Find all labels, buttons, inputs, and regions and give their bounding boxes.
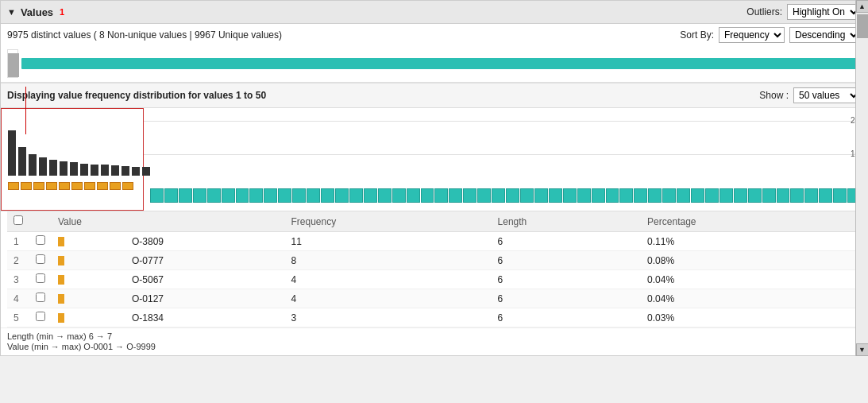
- teal-block: [534, 188, 548, 203]
- row-value: O-5067: [125, 270, 284, 289]
- row-checkbox[interactable]: [36, 235, 45, 245]
- teal-block: [321, 188, 334, 203]
- outliers-select[interactable]: Highlight OnHighlight OffRemove: [787, 4, 861, 20]
- chart-bar: [49, 160, 57, 176]
- teal-block: [662, 188, 676, 203]
- teal-block: [790, 188, 804, 203]
- sort-by-label: Sort By:: [680, 29, 714, 41]
- orange-cell: [71, 182, 83, 190]
- sort-by-select[interactable]: FrequencyValueLength: [719, 27, 785, 43]
- row-swatch-cell: [52, 251, 125, 270]
- row-length: 6: [492, 251, 642, 270]
- color-swatch: [58, 275, 64, 285]
- sort-order-select[interactable]: DescendingAscending: [789, 27, 861, 43]
- color-swatch: [58, 256, 64, 265]
- row-number: 5: [7, 308, 29, 327]
- header-title: Values: [21, 6, 53, 18]
- show-values-select[interactable]: 10 values25 values50 values100 valuesAll: [793, 87, 861, 103]
- row-checkbox[interactable]: [36, 312, 45, 321]
- chart-bar: [111, 165, 119, 176]
- row-value: O-3809: [125, 232, 284, 251]
- teal-block: [222, 188, 235, 203]
- orange-cell: [8, 182, 19, 190]
- row-number: 2: [7, 251, 29, 270]
- scroll-up-button[interactable]: ▲: [856, 0, 869, 13]
- header-row: ▼ Values 1 Outliers: Highlight OnHighlig…: [1, 1, 867, 24]
- row-checkbox[interactable]: [36, 273, 45, 283]
- orange-cell: [97, 182, 108, 190]
- select-all-checkbox[interactable]: [14, 215, 23, 225]
- color-swatch: [58, 237, 64, 246]
- teal-block: [719, 188, 733, 203]
- table-row: 4 O-0127 4 6 0.04%: [7, 289, 861, 308]
- teal-block: [335, 188, 349, 203]
- row-frequency: 3: [284, 308, 491, 327]
- orange-cell: [33, 182, 44, 190]
- orange-cell: [84, 182, 95, 190]
- row-number: 3: [7, 270, 29, 289]
- row-percentage: 0.03%: [641, 308, 861, 327]
- teal-block: [819, 188, 832, 203]
- stats-row: 9975 distinct values ( 8 Non-unique valu…: [1, 24, 867, 45]
- row-percentage: 0.08%: [641, 251, 861, 270]
- chart-bar: [60, 161, 68, 176]
- chart-bar: [8, 130, 16, 176]
- teal-block: [477, 188, 491, 203]
- row-checkbox-cell: [29, 270, 52, 289]
- table-row: 1 O-3809 11 6 0.11%: [7, 232, 861, 251]
- orange-strip: [5, 179, 140, 193]
- teal-block: [833, 188, 847, 203]
- teal-block: [164, 188, 178, 203]
- teal-block: [150, 188, 164, 203]
- overview-teal-bar: [21, 58, 861, 69]
- teal-block: [179, 188, 192, 203]
- show-right: Show : 10 values25 values50 values100 va…: [759, 87, 861, 103]
- row-checkbox[interactable]: [36, 254, 45, 264]
- teal-block: [648, 188, 662, 203]
- row-length: 6: [492, 270, 642, 289]
- scroll-thumb[interactable]: [857, 14, 868, 38]
- orange-cell: [110, 182, 121, 190]
- header-left: ▼ Values 1: [7, 6, 64, 18]
- chart-bar: [132, 167, 140, 176]
- collapse-icon[interactable]: ▼: [7, 7, 16, 17]
- teal-block: [392, 188, 406, 203]
- chart-bar: [39, 157, 47, 176]
- sort-row: Sort By: FrequencyValueLength Descending…: [680, 27, 861, 43]
- table-row: 3 O-5067 4 6 0.04%: [7, 270, 861, 289]
- teal-block: [307, 188, 320, 203]
- row-checkbox[interactable]: [36, 293, 45, 302]
- row-frequency: 4: [284, 270, 491, 289]
- teal-block: [592, 188, 605, 203]
- col-percentage-header: Percentage: [641, 211, 861, 232]
- teal-block: [563, 188, 577, 203]
- scrollbar[interactable]: ▲ ▼: [855, 0, 868, 356]
- row-swatch-cell: [52, 289, 125, 308]
- outliers-label: Outliers:: [746, 6, 782, 17]
- row-value: O-1834: [125, 308, 284, 327]
- row-swatch-cell: [52, 232, 125, 251]
- table-body: 1 O-3809 11 6 0.11% 2 O-0777 8 6 0.08% 3…: [7, 232, 861, 327]
- row-length: 6: [492, 232, 642, 251]
- teal-block: [619, 188, 633, 203]
- row-value: O-0127: [125, 289, 284, 308]
- teal-block: [748, 188, 762, 203]
- row-value: O-0777: [125, 251, 284, 270]
- row-frequency: 4: [284, 289, 491, 308]
- table-area: Value Frequency Length Percentage 1 O-38…: [1, 211, 867, 327]
- teal-block: [407, 188, 420, 203]
- row-percentage: 0.11%: [641, 232, 861, 251]
- orange-cell: [21, 182, 32, 190]
- scroll-down-button[interactable]: ▼: [856, 343, 869, 356]
- teal-block: [264, 188, 277, 203]
- orange-cell: [46, 182, 57, 190]
- teal-block: [549, 188, 562, 203]
- chart-bar: [70, 162, 78, 176]
- teal-block: [734, 188, 747, 203]
- teal-block: [434, 188, 448, 203]
- gridline-mid: [144, 154, 867, 155]
- chart-bar: [29, 154, 37, 176]
- display-info-row: Displaying value frequency distribution …: [1, 83, 867, 108]
- teal-block: [677, 188, 690, 203]
- content-area: ▼ Values 1 Outliers: Highlight OnHighlig…: [0, 0, 855, 356]
